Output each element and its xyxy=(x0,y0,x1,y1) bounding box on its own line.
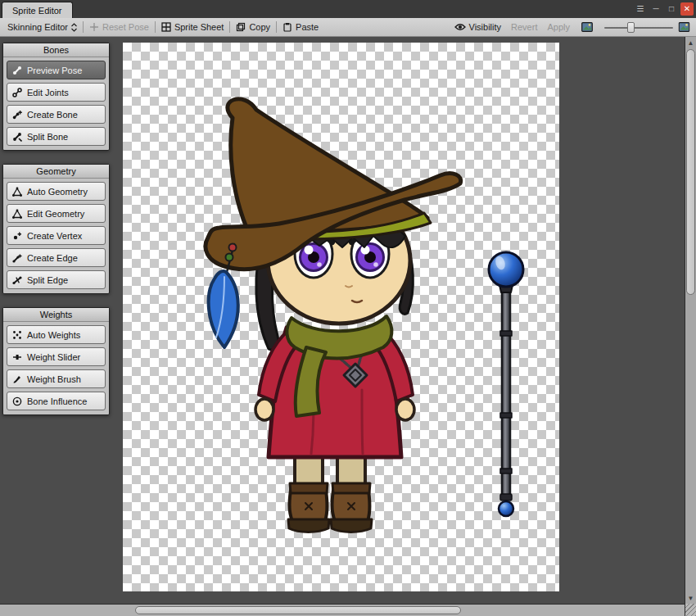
create-vertex-button[interactable]: Create Vertex xyxy=(7,226,106,245)
hand-left xyxy=(255,399,273,420)
bead-red xyxy=(229,244,237,251)
create-bone-icon xyxy=(12,110,22,120)
hand-right xyxy=(396,399,414,420)
create-edge-label: Create Edge xyxy=(27,253,78,263)
geometry-panel: Geometry Auto Geometry Edit Geometry Cre… xyxy=(2,164,110,294)
revert-label: Revert xyxy=(511,22,537,32)
vertical-scroll-thumb[interactable] xyxy=(686,49,695,295)
visibility-button[interactable]: Visibility xyxy=(450,22,507,32)
horizontal-scroll-thumb[interactable] xyxy=(135,606,461,614)
auto-weights-icon xyxy=(12,330,22,340)
reset-pose-icon xyxy=(89,22,99,32)
sprite-sheet-label: Sprite Sheet xyxy=(174,22,224,32)
create-edge-button[interactable]: Create Edge xyxy=(7,248,106,267)
geometry-panel-title: Geometry xyxy=(3,165,109,179)
legs xyxy=(288,451,372,532)
weights-panel: Weights Auto Weights Weight Slider Weigh… xyxy=(2,307,110,415)
scroll-down-arrow[interactable]: ▼ xyxy=(685,592,696,604)
weights-panel-title: Weights xyxy=(3,308,109,322)
resize-grip[interactable] xyxy=(685,604,696,616)
editor-viewport[interactable]: Bones Preview Pose Edit Joints Create Bo… xyxy=(0,37,685,604)
weight-slider-label: Weight Slider xyxy=(27,352,80,362)
staff-orb-top xyxy=(489,252,523,287)
toolbar-separator xyxy=(155,21,156,33)
apply-button[interactable]: Apply xyxy=(542,22,575,32)
revert-button[interactable]: Revert xyxy=(506,22,542,32)
feather xyxy=(209,271,238,347)
preview-pose-label: Preview Pose xyxy=(27,66,82,75)
color-channels-icon xyxy=(581,22,594,32)
window-controls: ☰ ─ □ ✕ xyxy=(634,2,694,16)
weight-slider-icon xyxy=(12,352,22,362)
scroll-up-arrow[interactable]: ▲ xyxy=(685,37,696,48)
sprite-sheet-button[interactable]: Sprite Sheet xyxy=(156,18,229,36)
bone-influence-button[interactable]: Bone Influence xyxy=(7,392,106,410)
bone-influence-label: Bone Influence xyxy=(27,396,87,406)
color-channels-button[interactable] xyxy=(578,20,596,34)
edit-joints-icon xyxy=(12,88,22,97)
titlebar: Sprite Editor ☰ ─ □ ✕ xyxy=(0,0,696,18)
zoom-slider-thumb[interactable] xyxy=(627,22,635,33)
weight-brush-icon xyxy=(12,374,22,384)
window-title: Sprite Editor xyxy=(12,6,62,16)
witch-character xyxy=(206,99,461,532)
apply-label: Apply xyxy=(547,22,570,32)
split-bone-icon xyxy=(12,132,22,142)
window-menu-icon[interactable]: ☰ xyxy=(634,2,647,16)
bead-green xyxy=(226,254,233,261)
zoom-slider[interactable] xyxy=(604,21,673,34)
create-bone-button[interactable]: Create Bone xyxy=(7,105,106,124)
character-sprite xyxy=(123,43,559,591)
copy-icon xyxy=(236,22,246,32)
minimize-button[interactable]: ─ xyxy=(649,2,662,16)
sprite-canvas[interactable] xyxy=(123,43,559,591)
preview-pose-icon xyxy=(12,66,22,75)
eye-icon xyxy=(454,23,466,31)
reset-pose-button[interactable]: Reset Pose xyxy=(84,18,154,36)
preview-pose-button[interactable]: Preview Pose xyxy=(7,61,106,79)
zoom-slider-track[interactable] xyxy=(604,27,673,29)
edit-joints-label: Edit Joints xyxy=(27,88,69,97)
reset-pose-label: Reset Pose xyxy=(102,22,149,32)
create-vertex-icon xyxy=(12,231,22,241)
edit-geometry-label: Edit Geometry xyxy=(27,209,84,219)
split-edge-icon xyxy=(12,275,22,285)
bones-panel-title: Bones xyxy=(3,43,109,57)
texture-preview-icon xyxy=(678,22,690,32)
weight-brush-label: Weight Brush xyxy=(27,374,81,384)
close-button[interactable]: ✕ xyxy=(680,2,694,16)
copy-button[interactable]: Copy xyxy=(231,18,275,36)
create-vertex-label: Create Vertex xyxy=(27,231,82,241)
split-edge-label: Split Edge xyxy=(27,275,68,285)
weight-brush-button[interactable]: Weight Brush xyxy=(7,369,106,388)
sprite-editor-tab[interactable]: Sprite Editor xyxy=(2,2,73,18)
bones-panel: Bones Preview Pose Edit Joints Create Bo… xyxy=(2,43,110,151)
create-bone-label: Create Bone xyxy=(27,110,78,120)
mode-dropdown-label: Skinning Editor xyxy=(7,22,68,32)
auto-weights-label: Auto Weights xyxy=(27,330,80,340)
edit-joints-button[interactable]: Edit Joints xyxy=(7,83,106,102)
paste-label: Paste xyxy=(296,22,319,32)
visibility-label: Visibility xyxy=(469,22,502,32)
updown-chevron-icon xyxy=(71,23,77,32)
split-bone-button[interactable]: Split Bone xyxy=(7,127,106,146)
vertical-scrollbar[interactable]: ▲ ▼ xyxy=(685,37,696,604)
weight-slider-button[interactable]: Weight Slider xyxy=(7,347,106,366)
paste-button[interactable]: Paste xyxy=(278,18,323,36)
edit-geometry-button[interactable]: Edit Geometry xyxy=(7,204,106,223)
horizontal-scrollbar[interactable] xyxy=(0,604,685,616)
sprite-sheet-icon xyxy=(161,22,171,32)
toolbar-separator xyxy=(229,21,230,33)
auto-weights-button[interactable]: Auto Weights xyxy=(7,325,106,344)
split-edge-button[interactable]: Split Edge xyxy=(7,270,106,289)
edit-geometry-icon xyxy=(12,209,22,219)
auto-geometry-label: Auto Geometry xyxy=(27,187,88,197)
auto-geometry-button[interactable]: Auto Geometry xyxy=(7,182,106,201)
bone-influence-icon xyxy=(12,396,22,406)
copy-label: Copy xyxy=(249,22,270,32)
toolbar-right-group: Visibility Revert Apply xyxy=(450,20,694,34)
split-bone-label: Split Bone xyxy=(27,132,68,142)
mode-dropdown[interactable]: Skinning Editor xyxy=(2,18,82,36)
maximize-button[interactable]: □ xyxy=(665,2,678,16)
paste-icon xyxy=(282,22,292,32)
